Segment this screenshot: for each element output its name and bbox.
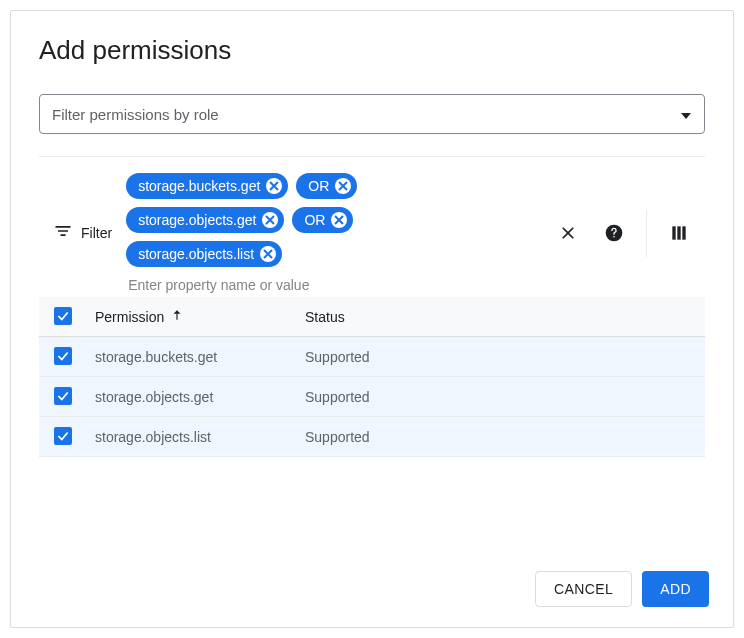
table-header-row: Permission Status xyxy=(39,297,705,337)
row-checkbox[interactable] xyxy=(54,347,72,365)
select-all-checkbox[interactable] xyxy=(54,307,72,325)
cell-status: Supported xyxy=(297,337,705,377)
close-icon[interactable] xyxy=(262,212,278,228)
add-permissions-dialog: Add permissions Filter permissions by ro… xyxy=(10,10,734,628)
filter-bar: Filter storage.buckets.get OR xyxy=(39,165,705,297)
row-checkbox[interactable] xyxy=(54,427,72,445)
role-filter-placeholder: Filter permissions by role xyxy=(52,106,219,123)
columns-icon xyxy=(669,223,689,243)
filter-input[interactable]: Enter property name or value xyxy=(126,275,540,293)
table-row[interactable]: storage.objects.list Supported xyxy=(39,417,705,457)
chip-label: OR xyxy=(304,212,325,228)
svg-rect-4 xyxy=(682,226,685,239)
divider xyxy=(646,209,647,257)
cell-permission: storage.objects.list xyxy=(87,417,297,457)
filter-chip[interactable]: storage.objects.list xyxy=(126,241,282,267)
dialog-actions: CANCEL ADD xyxy=(535,571,709,607)
add-button[interactable]: ADD xyxy=(642,571,709,607)
chip-label: storage.buckets.get xyxy=(138,178,260,194)
close-icon[interactable] xyxy=(331,212,347,228)
chip-label: storage.objects.list xyxy=(138,246,254,262)
column-header-status[interactable]: Status xyxy=(297,297,705,337)
divider xyxy=(39,156,705,157)
table-row[interactable]: storage.buckets.get Supported xyxy=(39,337,705,377)
filter-chips: storage.buckets.get OR storage.objects.g… xyxy=(126,173,540,293)
column-header-permission[interactable]: Permission xyxy=(95,308,184,325)
svg-rect-2 xyxy=(672,226,675,239)
columns-button[interactable] xyxy=(665,219,693,247)
clear-filters-button[interactable] xyxy=(554,219,582,247)
filter-operator-chip[interactable]: OR xyxy=(292,207,353,233)
cell-status: Supported xyxy=(297,377,705,417)
cancel-button[interactable]: CANCEL xyxy=(535,571,632,607)
help-button[interactable] xyxy=(600,219,628,247)
cell-status: Supported xyxy=(297,417,705,457)
cell-permission: storage.buckets.get xyxy=(87,337,297,377)
row-checkbox[interactable] xyxy=(54,387,72,405)
help-icon xyxy=(604,223,624,243)
permissions-table: Permission Status storage.buckets.get xyxy=(39,297,705,457)
close-icon xyxy=(558,223,578,243)
close-icon[interactable] xyxy=(335,178,351,194)
cell-permission: storage.objects.get xyxy=(87,377,297,417)
close-icon[interactable] xyxy=(260,246,276,262)
close-icon[interactable] xyxy=(266,178,282,194)
filter-label: Filter xyxy=(81,225,112,241)
filter-operator-chip[interactable]: OR xyxy=(296,173,357,199)
filter-chip[interactable]: storage.objects.get xyxy=(126,207,284,233)
chip-label: OR xyxy=(308,178,329,194)
filter-chip[interactable]: storage.buckets.get xyxy=(126,173,288,199)
chip-label: storage.objects.get xyxy=(138,212,256,228)
arrow-up-icon xyxy=(170,308,184,325)
svg-rect-3 xyxy=(677,226,680,239)
table-row[interactable]: storage.objects.get Supported xyxy=(39,377,705,417)
filter-icon xyxy=(53,221,73,245)
role-filter-select[interactable]: Filter permissions by role xyxy=(39,94,705,134)
svg-point-1 xyxy=(613,236,615,238)
dialog-title: Add permissions xyxy=(39,35,705,66)
